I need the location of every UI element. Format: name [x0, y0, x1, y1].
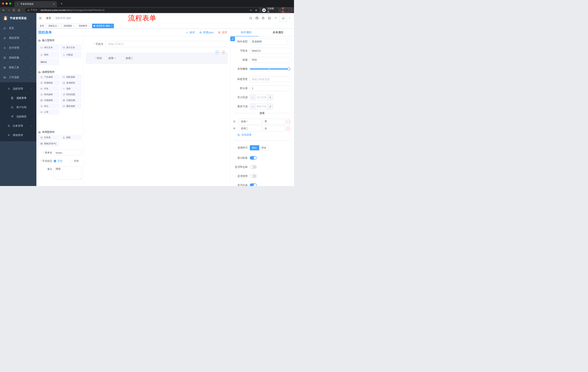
bookmark-star-icon[interactable]: [255, 9, 257, 11]
status-on-radio[interactable]: [54, 160, 56, 162]
tab-close-icon[interactable]: ✕: [53, 3, 55, 5]
sidebar-item-gauge[interactable]: 首页: [0, 23, 36, 33]
view-json-button[interactable]: 查看json: [199, 31, 214, 34]
option-value-input[interactable]: [262, 119, 285, 125]
sidebar-item-tree[interactable]: 任务管理: [0, 121, 36, 130]
font-size-icon[interactable]: [274, 17, 277, 20]
style-default-radio[interactable]: 默认: [250, 145, 259, 150]
sidebar-item-list-tree[interactable]: 流程管理: [0, 84, 36, 93]
component-pointer[interactable]: 按钮: [60, 135, 82, 140]
sidebar-item-person[interactable]: 请假查询: [0, 130, 36, 140]
component-radio[interactable]: 单选框组: [38, 80, 59, 85]
stepper-increase-button[interactable]: [267, 104, 273, 109]
component-time-range[interactable]: 时间范围: [60, 92, 82, 97]
phone-input[interactable]: 请输入手机号: [105, 41, 227, 47]
sidebar-collapse-icon[interactable]: [39, 17, 42, 20]
avatar[interactable]: [280, 15, 287, 22]
view-tag-4[interactable]: 流程表单-编辑×: [92, 24, 114, 28]
slider-handle[interactable]: [287, 67, 290, 70]
tab-form-props[interactable]: 表单属性: [262, 29, 294, 36]
reload-icon[interactable]: [12, 9, 15, 12]
sidebar-item-yen[interactable]: 支付管理: [0, 43, 36, 53]
toggle-switch[interactable]: [250, 183, 257, 186]
component-switch[interactable]: 开关: [38, 86, 59, 91]
component-cascader[interactable]: 级联选择: [60, 74, 82, 80]
breadcrumb-home[interactable]: 首页: [46, 17, 51, 20]
sidebar-item-gear[interactable]: 系统管理: [0, 33, 36, 43]
stepper-decrease-button[interactable]: [250, 104, 256, 109]
style-button-radio[interactable]: 按钮: [259, 145, 269, 150]
sidebar-item-toolbox[interactable]: 研发工具: [0, 63, 36, 73]
default-value-input[interactable]: [250, 85, 290, 91]
new-tab-button[interactable]: +: [60, 1, 64, 6]
form-name-input[interactable]: [54, 150, 82, 155]
window-close-button[interactable]: [2, 2, 4, 5]
component-text-field[interactable]: 单行文本: [38, 44, 59, 51]
gender-option2-label[interactable]: 选项二: [126, 57, 133, 60]
status-off-label[interactable]: 关闭: [74, 159, 79, 163]
window-zoom-button[interactable]: [9, 2, 11, 5]
remove-option-button[interactable]: [286, 127, 290, 130]
sidebar-item-doc-edit[interactable]: 流程表单: [0, 93, 36, 103]
canvas-gender-field-selected[interactable]: *性别 选项一 选项二: [86, 53, 228, 64]
view-tag-2[interactable]: 流程模型×: [62, 24, 76, 28]
home-icon[interactable]: [18, 9, 20, 12]
component-type-select[interactable]: 多选框组: [250, 39, 290, 45]
stepper-increase-button[interactable]: [267, 95, 273, 100]
duplicate-component-button[interactable]: [215, 51, 219, 54]
option-name-input[interactable]: [239, 126, 262, 131]
delete-component-button[interactable]: [221, 51, 225, 54]
gender-option1-label[interactable]: 选项一: [108, 57, 116, 60]
forward-icon[interactable]: [7, 9, 10, 12]
stepper-decrease-button[interactable]: [250, 95, 256, 100]
address-bar[interactable]: 不安全 dashboard.yudao.iocoder.cn /bpm/mana…: [25, 8, 260, 12]
status-off-radio[interactable]: [70, 160, 73, 162]
tab-component-props[interactable]: 组件属性: [230, 29, 262, 36]
gender-option1-checkbox[interactable]: [104, 57, 107, 60]
browser-tab[interactable]: 芋道管理系统 ✕: [14, 1, 57, 7]
remark-textarea[interactable]: 嘿嘿: [54, 166, 82, 180]
view-tag-0[interactable]: 首页: [38, 24, 46, 28]
min-select-value[interactable]: 至少应选: [256, 95, 267, 100]
remove-option-button[interactable]: [286, 120, 290, 124]
tag-close-icon[interactable]: ×: [111, 25, 112, 27]
sidebar-item-briefcase[interactable]: 工作流程: [0, 73, 36, 82]
clear-button[interactable]: 清空: [218, 31, 227, 34]
window-minimize-button[interactable]: [6, 2, 8, 5]
max-select-value[interactable]: 最多可选: [256, 104, 267, 109]
update-button[interactable]: 更新: [280, 8, 292, 12]
link-tag-button[interactable]: [230, 37, 235, 41]
save-button[interactable]: 保存: [186, 31, 195, 34]
view-tag-1[interactable]: 流程定义×: [47, 24, 61, 28]
tag-close-icon[interactable]: ×: [73, 25, 74, 27]
drag-handle-icon[interactable]: [233, 127, 236, 130]
component-counter[interactable]: 计数器: [60, 52, 82, 58]
option-value-input[interactable]: [262, 126, 285, 131]
sidebar-item-monitor[interactable]: 基础设施: [0, 53, 36, 63]
tag-close-icon[interactable]: ×: [58, 25, 59, 27]
component-table[interactable]: 表格[开发中]: [38, 141, 59, 146]
component-star[interactable]: 评分: [38, 104, 59, 109]
form-canvas[interactable]: *手机号 请输入手机号 *性别 选项一 选项二: [83, 36, 230, 186]
component-palette[interactable]: 颜色选择: [60, 104, 82, 109]
component-lock[interactable]: 密码: [38, 52, 59, 58]
back-icon[interactable]: [2, 9, 5, 12]
drag-handle-icon[interactable]: [233, 120, 236, 123]
fullscreen-icon[interactable]: [268, 17, 271, 20]
github-icon[interactable]: [255, 17, 259, 20]
view-tag-3[interactable]: 流程表单×: [77, 24, 91, 28]
component-upload[interactable]: 上传: [38, 109, 59, 115]
component-columns[interactable]: 行容器: [38, 135, 59, 140]
status-on-label[interactable]: 开启: [57, 159, 63, 163]
component-date-range[interactable]: 日期范围: [60, 98, 82, 103]
add-option-button[interactable]: 添加选项: [237, 133, 294, 136]
component-editor[interactable]: 编辑器: [38, 59, 59, 65]
browser-menu-icon[interactable]: [288, 9, 290, 11]
toggle-switch[interactable]: [250, 156, 257, 159]
help-icon[interactable]: [262, 17, 265, 20]
not-secure-icon[interactable]: [27, 9, 30, 11]
option-name-input[interactable]: [239, 119, 262, 125]
password-key-icon[interactable]: [250, 9, 252, 11]
form-grid-slider[interactable]: [250, 66, 290, 72]
component-time[interactable]: 时间选择: [38, 92, 59, 97]
